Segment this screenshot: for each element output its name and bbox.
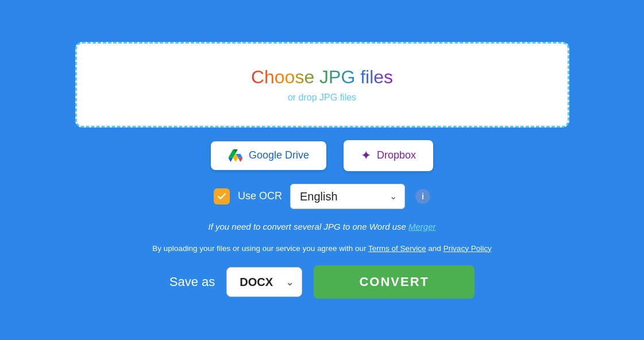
- bottom-row: Save as DOCX DOC RTF ODT TXT ⌄ CONVERT: [169, 265, 475, 299]
- info-icon[interactable]: i: [415, 189, 430, 204]
- format-select[interactable]: DOCX DOC RTF ODT TXT: [226, 267, 302, 297]
- dropbox-label: Dropbox: [377, 149, 416, 161]
- terms-text: By uploading your files or using our ser…: [152, 244, 491, 253]
- ocr-row: Use OCR English French German Spanish It…: [214, 184, 430, 209]
- google-drive-icon: [228, 149, 243, 162]
- dropbox-icon: ✦: [361, 148, 371, 163]
- ocr-label: Use OCR: [238, 190, 282, 202]
- drop-zone[interactable]: Choose JPG files or drop JPG files: [75, 42, 569, 128]
- drop-zone-subtitle: or drop JPG files: [288, 92, 356, 103]
- google-drive-label: Google Drive: [249, 149, 309, 161]
- ocr-checkbox[interactable]: [214, 188, 230, 204]
- cloud-buttons-row: Google Drive ✦ Dropbox: [211, 140, 433, 171]
- drop-zone-title: Choose JPG files: [251, 67, 393, 88]
- privacy-policy-link[interactable]: Privacy Policy: [444, 244, 492, 253]
- merger-prefix: If you need to convert several JPG to on…: [208, 222, 408, 231]
- merger-text: If you need to convert several JPG to on…: [208, 222, 435, 231]
- main-container: Choose JPG files or drop JPG files Googl…: [75, 42, 569, 299]
- dropbox-button[interactable]: ✦ Dropbox: [344, 140, 433, 171]
- language-select-wrapper: English French German Spanish Italian Po…: [290, 184, 405, 209]
- format-select-wrapper: DOCX DOC RTF ODT TXT ⌄: [226, 267, 302, 297]
- google-drive-button[interactable]: Google Drive: [211, 141, 326, 170]
- convert-button[interactable]: CONVERT: [314, 265, 475, 299]
- terms-of-service-link[interactable]: Terms of Service: [368, 244, 426, 253]
- terms-prefix: By uploading your files or using our ser…: [152, 244, 368, 253]
- save-as-label: Save as: [169, 275, 215, 289]
- checkmark-icon: [217, 191, 227, 202]
- merger-link[interactable]: Merger: [408, 222, 436, 231]
- terms-middle: and: [426, 244, 444, 253]
- language-select[interactable]: English French German Spanish Italian Po…: [290, 184, 405, 209]
